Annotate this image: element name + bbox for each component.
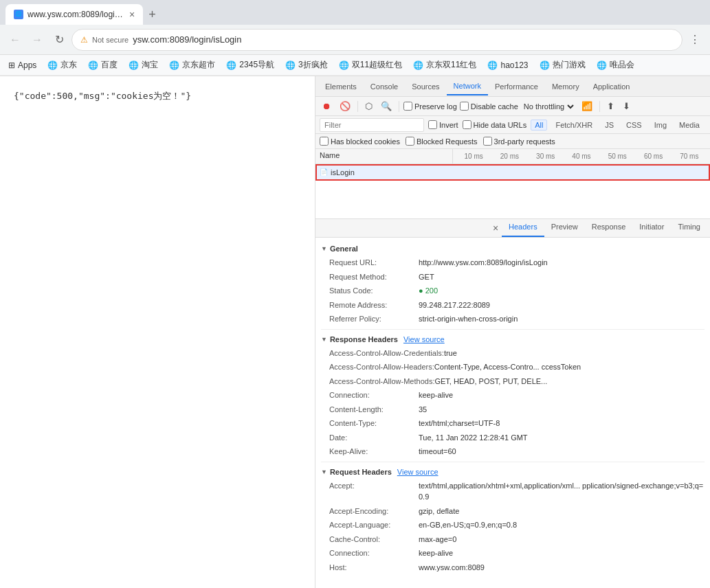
filter-toggle-button[interactable]: ⬡ — [362, 100, 375, 113]
throttle-select[interactable]: No throttling — [521, 102, 576, 111]
details-tab-headers[interactable]: Headers — [502, 219, 544, 237]
record-button[interactable]: ⏺ — [320, 100, 334, 113]
bookmark-jdmarket[interactable]: 🌐 京东超市 — [166, 58, 218, 72]
tick-10ms: 10 ms — [456, 152, 491, 160]
disable-cache-label: Disable cache — [471, 102, 518, 111]
online-icon-button[interactable]: 📶 — [579, 100, 595, 113]
third-party-checkbox[interactable] — [483, 137, 492, 146]
tab-sources[interactable]: Sources — [405, 78, 446, 95]
request-url-value: http://www.ysw.com:8089/login/isLogin — [419, 257, 548, 269]
bookmarks-bar: ⊞ Apps 🌐 京东 🌐 百度 🌐 淘宝 🌐 京东超市 🌐 2345导航 🌐 … — [0, 55, 710, 76]
blocked-cookies-checkbox[interactable] — [320, 137, 329, 146]
hide-data-urls-checkbox[interactable] — [463, 120, 472, 129]
tab-application[interactable]: Application — [586, 78, 637, 95]
bookmark-jd11[interactable]: 🌐 京东双11红包 — [410, 58, 479, 72]
apps-bookmark[interactable]: ⊞ Apps — [5, 59, 39, 71]
bookmark-2345[interactable]: 🌐 2345导航 — [223, 58, 277, 72]
disable-cache-checkbox[interactable] — [460, 102, 469, 111]
details-tab-timing[interactable]: Timing — [671, 219, 707, 237]
bookmark-games[interactable]: 🌐 热门游戏 — [537, 58, 588, 72]
close-tab-button[interactable]: × — [129, 9, 135, 20]
disable-cache-checkbox-label[interactable]: Disable cache — [460, 102, 518, 111]
filter-media-button[interactable]: Media — [675, 120, 704, 131]
preserve-log-label: Preserve log — [414, 102, 457, 111]
response-headers-section-header[interactable]: Response Headers — [321, 332, 398, 346]
search-button[interactable]: 🔍 — [378, 100, 395, 113]
date-value: Tue, 11 Jan 2022 12:28:41 GMT — [419, 432, 528, 444]
clear-button[interactable]: 🚫 — [337, 100, 353, 113]
tab-performance[interactable]: Performance — [488, 78, 545, 95]
filter-input[interactable] — [320, 118, 424, 132]
bookmark-baidu[interactable]: 🌐 百度 — [85, 58, 120, 72]
request-row-islogin[interactable]: 📄 isLogin — [315, 164, 710, 181]
active-tab[interactable]: 🌐 www.ysw.com:8089/login/isL... × — [5, 4, 143, 25]
tab-favicon: 🌐 — [14, 10, 23, 19]
bookmark-sale[interactable]: 🌐 3折疯抢 — [282, 58, 331, 72]
browser-chrome: 🌐 www.ysw.com:8089/login/isL... × + ← → … — [0, 0, 710, 76]
filter-all-button[interactable]: All — [531, 120, 547, 131]
new-tab-button[interactable]: + — [146, 5, 159, 25]
bookmark-label-vip: 唯品会 — [610, 59, 634, 71]
tab-memory[interactable]: Memory — [545, 78, 586, 95]
filter-css-button[interactable]: CSS — [622, 120, 646, 131]
details-tab-response[interactable]: Response — [585, 219, 633, 237]
details-close-button[interactable]: × — [489, 219, 502, 237]
bookmark-hao123[interactable]: 🌐 hao123 — [485, 59, 531, 71]
back-button[interactable]: ← — [5, 30, 25, 49]
hide-data-urls-label[interactable]: Hide data URLs — [463, 120, 527, 129]
export-button[interactable]: ⬇ — [620, 100, 633, 113]
tab-network[interactable]: Network — [447, 78, 488, 95]
filter-img-button[interactable]: Img — [650, 120, 671, 131]
devtools-panel: Elements Console Sources Network Perform… — [315, 76, 710, 588]
import-button[interactable]: ⬆ — [604, 100, 617, 113]
request-headers-section-header[interactable]: Request Headers — [321, 465, 392, 479]
blocked-requests-checkbox[interactable] — [406, 137, 414, 146]
invert-checkbox[interactable] — [428, 120, 437, 129]
invert-checkbox-label[interactable]: Invert — [428, 120, 458, 129]
forward-button[interactable]: → — [27, 30, 47, 49]
bookmark-icon-jd11: 🌐 — [413, 60, 423, 70]
bookmark-label-games: 热门游戏 — [553, 59, 586, 71]
bookmark-vip[interactable]: 🌐 唯品会 — [594, 58, 637, 72]
timeline-header: Name 10 ms 20 ms 30 ms 40 ms 50 ms 60 ms… — [315, 149, 710, 164]
view-source-link[interactable]: View source — [403, 335, 445, 343]
details-tab-initiator[interactable]: Initiator — [632, 219, 671, 237]
prop-remote-address: Remote Address: 99.248.217.222:8089 — [321, 298, 705, 313]
bookmark-d11super[interactable]: 🌐 双11超级红包 — [336, 58, 405, 72]
prop-cache-control: Cache-Control: max-age=0 — [321, 532, 705, 547]
reload-button[interactable]: ↻ — [49, 30, 69, 49]
preserve-log-checkbox[interactable] — [403, 102, 412, 111]
bookmark-label-jd: 京东 — [60, 59, 77, 71]
bookmark-jingdong[interactable]: 🌐 京东 — [45, 58, 80, 72]
section-divider-1 — [321, 329, 705, 330]
view-source-link-2[interactable]: View source — [397, 468, 439, 476]
date-label: Date: — [329, 432, 419, 444]
third-party-label[interactable]: 3rd-party requests — [483, 137, 555, 146]
tab-title: www.ysw.com:8089/login/isL... — [27, 10, 124, 19]
preserve-log-checkbox-label[interactable]: Preserve log — [403, 102, 457, 111]
general-section-header[interactable]: General — [321, 242, 705, 256]
filter-js-button[interactable]: JS — [601, 120, 618, 131]
prop-content-type: Content-Type: text/html;charset=UTF-8 — [321, 416, 705, 431]
blocked-requests-label[interactable]: Blocked Requests — [406, 137, 478, 146]
details-tab-preview[interactable]: Preview — [544, 219, 585, 237]
accept-encoding-value: gzip, deflate — [419, 506, 459, 517]
page-response-text: {"code":500,"msg":"cookies为空！"} — [14, 91, 191, 101]
filter-fetch-xhr-button[interactable]: Fetch/XHR — [551, 120, 597, 131]
status-code-label: Status Code: — [329, 285, 419, 297]
tick-20ms: 20 ms — [491, 152, 527, 160]
devtools-toolbar: ⏺ 🚫 ⬡ 🔍 Preserve log Disable cache No th… — [315, 97, 710, 116]
address-input[interactable] — [133, 34, 674, 45]
tab-elements[interactable]: Elements — [318, 78, 364, 95]
section-divider-2 — [321, 462, 705, 462]
connection-req-value: keep-alive — [419, 547, 453, 559]
referrer-policy-value: strict-origin-when-cross-origin — [419, 313, 518, 325]
bookmark-taobao[interactable]: 🌐 淘宝 — [126, 58, 161, 72]
invert-label: Invert — [439, 121, 458, 129]
tab-console[interactable]: Console — [364, 78, 405, 95]
blocked-cookies-label[interactable]: Has blocked cookies — [320, 137, 400, 146]
access-allow-headers-value: Content-Type, Access-Contro... ccessToke… — [434, 361, 581, 373]
bookmark-icon-2345: 🌐 — [226, 60, 236, 70]
extensions-button[interactable]: ⋮ — [685, 30, 705, 49]
remote-address-value: 99.248.217.222:8089 — [419, 299, 490, 311]
